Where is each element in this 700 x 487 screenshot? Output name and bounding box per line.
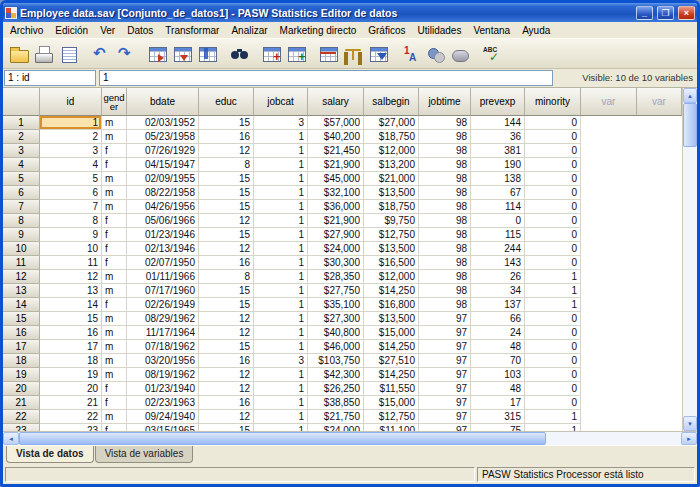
cell[interactable]: 12 xyxy=(199,368,254,382)
cell-reference-box[interactable]: 1 : id xyxy=(4,70,96,86)
cell-empty[interactable] xyxy=(581,214,637,228)
cell[interactable]: 08/22/1958 xyxy=(127,186,199,200)
cell[interactable]: $21,900 xyxy=(308,214,364,228)
row-number[interactable]: 15 xyxy=(3,312,40,326)
cell[interactable]: $32,100 xyxy=(308,186,364,200)
cell[interactable]: 1 xyxy=(254,186,308,200)
row-number[interactable]: 13 xyxy=(3,284,40,298)
cell[interactable]: f xyxy=(102,242,127,256)
cell[interactable]: 07/17/1960 xyxy=(127,284,199,298)
cell[interactable]: 07/18/1962 xyxy=(127,340,199,354)
cell[interactable]: $42,300 xyxy=(308,368,364,382)
cell-empty[interactable] xyxy=(637,214,682,228)
cell[interactable]: 114 xyxy=(471,200,525,214)
cell[interactable]: 0 xyxy=(525,214,581,228)
cell[interactable]: 6 xyxy=(40,186,102,200)
cell[interactable]: $14,250 xyxy=(364,284,419,298)
cell[interactable]: 12 xyxy=(199,312,254,326)
cell[interactable]: 1 xyxy=(254,144,308,158)
row-number[interactable]: 23 xyxy=(3,424,40,431)
cell[interactable]: $21,000 xyxy=(364,172,419,186)
column-header-var-2[interactable]: var xyxy=(637,88,682,116)
cell[interactable]: $21,450 xyxy=(308,144,364,158)
cell[interactable]: 97 xyxy=(419,410,471,424)
cell-empty[interactable] xyxy=(637,424,682,431)
cell[interactable]: 98 xyxy=(419,228,471,242)
cell[interactable]: $46,000 xyxy=(308,340,364,354)
cell[interactable]: 16 xyxy=(199,130,254,144)
dialog-recall-icon[interactable] xyxy=(56,42,81,66)
cell[interactable]: 02/07/1950 xyxy=(127,256,199,270)
cell-empty[interactable] xyxy=(581,396,637,410)
cell[interactable]: 3 xyxy=(40,144,102,158)
cell[interactable]: m xyxy=(102,354,127,368)
cell[interactable]: 98 xyxy=(419,298,471,312)
cell[interactable]: 48 xyxy=(471,382,525,396)
cell[interactable]: $28,350 xyxy=(308,270,364,284)
tab-data-view[interactable]: Vista de datos xyxy=(6,446,94,463)
cell[interactable]: $21,900 xyxy=(308,158,364,172)
close-button[interactable]: × xyxy=(678,6,695,20)
cell[interactable]: 138 xyxy=(471,172,525,186)
cell[interactable]: $14,250 xyxy=(364,368,419,382)
cell[interactable]: $24,000 xyxy=(308,424,364,431)
cell[interactable]: 12 xyxy=(199,410,254,424)
cell[interactable]: 10 xyxy=(40,242,102,256)
cell-empty[interactable] xyxy=(637,242,682,256)
cell[interactable]: $12,750 xyxy=(364,228,419,242)
cell[interactable]: m xyxy=(102,340,127,354)
row-number[interactable]: 18 xyxy=(3,354,40,368)
cell[interactable]: 13 xyxy=(40,284,102,298)
cell[interactable]: 115 xyxy=(471,228,525,242)
cell[interactable]: 1 xyxy=(525,424,581,431)
cell[interactable]: m xyxy=(102,116,127,130)
cell[interactable]: 16 xyxy=(199,256,254,270)
insert-variable-icon[interactable] xyxy=(284,42,309,66)
cell[interactable]: m xyxy=(102,312,127,326)
row-number[interactable]: 2 xyxy=(3,130,40,144)
row-number[interactable]: 22 xyxy=(3,410,40,424)
cell[interactable]: m xyxy=(102,368,127,382)
cell[interactable]: $27,750 xyxy=(308,284,364,298)
cell[interactable]: 26 xyxy=(471,270,525,284)
column-header-jobcat[interactable]: jobcat xyxy=(254,88,308,116)
cell-empty[interactable] xyxy=(581,284,637,298)
cell[interactable]: 1 xyxy=(254,214,308,228)
scroll-right-button[interactable] xyxy=(681,432,697,445)
menu-edicion[interactable]: Edición xyxy=(49,23,94,38)
cell[interactable]: $27,000 xyxy=(364,116,419,130)
cell[interactable]: 15 xyxy=(199,228,254,242)
scroll-up-button[interactable] xyxy=(683,88,697,103)
cell[interactable]: 15 xyxy=(199,284,254,298)
cell[interactable]: 0 xyxy=(525,326,581,340)
cell[interactable]: 1 xyxy=(525,298,581,312)
cell[interactable]: 08/19/1962 xyxy=(127,368,199,382)
cell[interactable]: 1 xyxy=(525,270,581,284)
cell[interactable]: 98 xyxy=(419,186,471,200)
cell-empty[interactable] xyxy=(637,228,682,242)
cell[interactable]: $24,000 xyxy=(308,242,364,256)
cell[interactable]: 02/13/1946 xyxy=(127,242,199,256)
cell[interactable]: $12,750 xyxy=(364,410,419,424)
cell[interactable]: f xyxy=(102,228,127,242)
menu-ventana[interactable]: Ventana xyxy=(467,23,516,38)
cell[interactable]: 0 xyxy=(525,186,581,200)
cell-empty[interactable] xyxy=(581,382,637,396)
cell[interactable]: 0 xyxy=(525,396,581,410)
find-icon[interactable] xyxy=(227,42,252,66)
cell[interactable]: 103 xyxy=(471,368,525,382)
cell[interactable]: 98 xyxy=(419,200,471,214)
open-data-icon[interactable] xyxy=(6,42,31,66)
cell-empty[interactable] xyxy=(581,158,637,172)
row-number[interactable]: 16 xyxy=(3,326,40,340)
cell[interactable]: 97 xyxy=(419,396,471,410)
cell[interactable]: 21 xyxy=(40,396,102,410)
print-icon[interactable] xyxy=(31,42,56,66)
cell[interactable]: 08/29/1962 xyxy=(127,312,199,326)
cell[interactable]: 97 xyxy=(419,368,471,382)
cell[interactable]: 12 xyxy=(199,382,254,396)
cell[interactable]: 143 xyxy=(471,256,525,270)
cell[interactable]: 66 xyxy=(471,312,525,326)
row-number[interactable]: 11 xyxy=(3,256,40,270)
cell[interactable]: $21,750 xyxy=(308,410,364,424)
